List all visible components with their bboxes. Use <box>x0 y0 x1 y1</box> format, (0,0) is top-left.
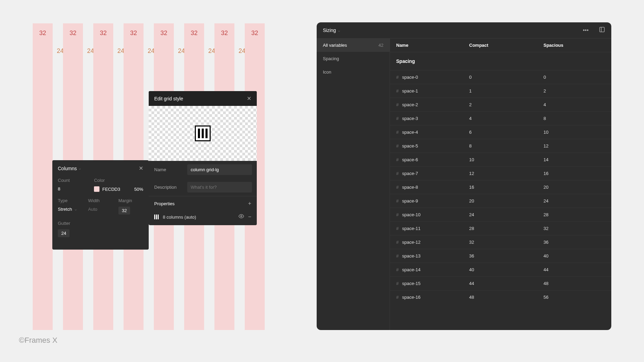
variable-spacious-value[interactable]: 36 <box>543 240 605 245</box>
sidebar-item-icon[interactable]: Icon <box>317 65 390 79</box>
variable-compact-value[interactable]: 10 <box>469 157 543 162</box>
variable-name: space-9 <box>402 198 418 204</box>
number-type-icon: # <box>396 281 399 286</box>
variable-name: space-10 <box>402 212 420 217</box>
variable-spacious-value[interactable]: 2 <box>543 88 605 94</box>
variable-spacious-value[interactable]: 40 <box>543 253 605 259</box>
variable-spacious-value[interactable]: 0 <box>543 75 605 80</box>
variable-spacious-value[interactable]: 12 <box>543 143 605 149</box>
variable-compact-value[interactable]: 48 <box>469 295 543 300</box>
columns-panel-title[interactable]: Columns ⌵ <box>58 166 81 171</box>
variable-compact-value[interactable]: 1 <box>469 88 543 94</box>
width-label: Width <box>88 198 113 203</box>
variable-compact-value[interactable]: 4 <box>469 116 543 121</box>
margin-value[interactable]: 32 <box>118 207 130 215</box>
variables-panel: Sizing ⌵ ••• All variables 42 Spacing Ic… <box>317 22 611 330</box>
type-value[interactable]: Stretch ⌵ <box>58 207 83 212</box>
variable-spacious-value[interactable]: 14 <box>543 157 605 162</box>
variable-name: space-13 <box>402 253 420 259</box>
variable-spacious-value[interactable]: 32 <box>543 226 605 231</box>
table-row[interactable]: #space-92024 <box>390 194 611 208</box>
collection-name: Sizing <box>323 28 336 33</box>
number-type-icon: # <box>396 75 399 80</box>
number-type-icon: # <box>396 212 399 217</box>
variable-spacious-value[interactable]: 20 <box>543 185 605 190</box>
table-row[interactable]: #space-61014 <box>390 153 611 166</box>
color-swatch <box>94 186 99 192</box>
variable-spacious-value[interactable]: 44 <box>543 267 605 272</box>
variable-compact-value[interactable]: 36 <box>469 253 543 259</box>
table-row[interactable]: #space-154448 <box>390 276 611 290</box>
table-row[interactable]: #space-112 <box>390 84 611 98</box>
variable-spacious-value[interactable]: 8 <box>543 116 605 121</box>
table-row[interactable]: #space-5812 <box>390 139 611 153</box>
variable-compact-value[interactable]: 12 <box>469 171 543 176</box>
number-type-icon: # <box>396 116 399 121</box>
name-input[interactable] <box>187 164 252 175</box>
sidebar-item-spacing[interactable]: Spacing <box>317 52 390 65</box>
table-row[interactable]: #space-164856 <box>390 290 611 304</box>
variable-compact-value[interactable]: 32 <box>469 240 543 245</box>
table-row[interactable]: #space-71216 <box>390 166 611 180</box>
remove-property-icon[interactable]: − <box>248 214 251 220</box>
table-row[interactable]: #space-4610 <box>390 125 611 139</box>
count-value[interactable]: 8 <box>58 186 88 191</box>
chevron-down-icon: ⌵ <box>79 166 81 170</box>
visibility-icon[interactable] <box>239 213 244 220</box>
variable-spacious-value[interactable]: 10 <box>543 130 605 135</box>
variable-compact-value[interactable]: 40 <box>469 267 543 272</box>
number-type-icon: # <box>396 143 399 149</box>
add-property-icon[interactable]: + <box>248 200 251 207</box>
number-type-icon: # <box>396 171 399 176</box>
variable-compact-value[interactable]: 28 <box>469 226 543 231</box>
color-label: Color <box>94 178 143 183</box>
gutter-label: Gutter <box>58 221 143 226</box>
variable-compact-value[interactable]: 24 <box>469 212 543 217</box>
number-type-icon: # <box>396 130 399 135</box>
property-row[interactable]: 8 columns (auto) − <box>149 211 257 225</box>
variable-spacious-value[interactable]: 4 <box>543 102 605 107</box>
variable-spacious-value[interactable]: 28 <box>543 212 605 217</box>
variable-spacious-value[interactable]: 24 <box>543 198 605 204</box>
variable-compact-value[interactable]: 8 <box>469 143 543 149</box>
number-type-icon: # <box>396 226 399 231</box>
variable-compact-value[interactable]: 2 <box>469 102 543 107</box>
table-row[interactable]: #space-81620 <box>390 180 611 194</box>
table-row[interactable]: #space-348 <box>390 111 611 125</box>
table-row[interactable]: #space-123236 <box>390 235 611 249</box>
columns-icon <box>195 125 211 141</box>
variable-spacious-value[interactable]: 48 <box>543 281 605 286</box>
table-row[interactable]: #space-144044 <box>390 263 611 276</box>
variable-compact-value[interactable]: 44 <box>469 281 543 286</box>
variable-compact-value[interactable]: 16 <box>469 185 543 190</box>
table-row[interactable]: #space-112832 <box>390 221 611 235</box>
variable-compact-value[interactable]: 0 <box>469 75 543 80</box>
collection-selector[interactable]: Sizing ⌵ <box>323 28 340 33</box>
table-row[interactable]: #space-102428 <box>390 208 611 221</box>
width-value: Auto <box>88 207 113 212</box>
table-row[interactable]: #space-133640 <box>390 249 611 263</box>
columns-title-text: Columns <box>58 166 77 171</box>
chevron-down-icon: ⌵ <box>338 29 340 32</box>
edit-grid-style-panel: Edit grid style ✕ Name Description Prope… <box>149 91 257 225</box>
count-label: Count <box>58 178 88 183</box>
color-value[interactable]: FECDD3 50% <box>94 186 143 192</box>
variable-spacious-value[interactable]: 16 <box>543 171 605 176</box>
group-header-spacing: Spacing <box>390 52 611 70</box>
columns-panel: Columns ⌵ ✕ Count 8 Color FECDD3 50% Typ… <box>52 160 149 250</box>
gutter-value[interactable]: 24 <box>58 229 70 237</box>
column-width-label: 32 <box>160 30 167 37</box>
sidebar-toggle-icon[interactable] <box>599 26 605 34</box>
variable-compact-value[interactable]: 6 <box>469 130 543 135</box>
number-type-icon: # <box>396 185 399 190</box>
variable-spacious-value[interactable]: 56 <box>543 295 605 300</box>
more-icon[interactable]: ••• <box>583 27 589 33</box>
table-row[interactable]: #space-224 <box>390 98 611 111</box>
sidebar-item-all[interactable]: All variables 42 <box>317 39 390 52</box>
close-icon[interactable]: ✕ <box>247 95 251 102</box>
table-row[interactable]: #space-000 <box>390 70 611 84</box>
variable-name: space-0 <box>402 75 418 80</box>
description-input[interactable] <box>187 182 252 193</box>
variable-compact-value[interactable]: 20 <box>469 198 543 204</box>
close-icon[interactable]: ✕ <box>139 165 143 172</box>
